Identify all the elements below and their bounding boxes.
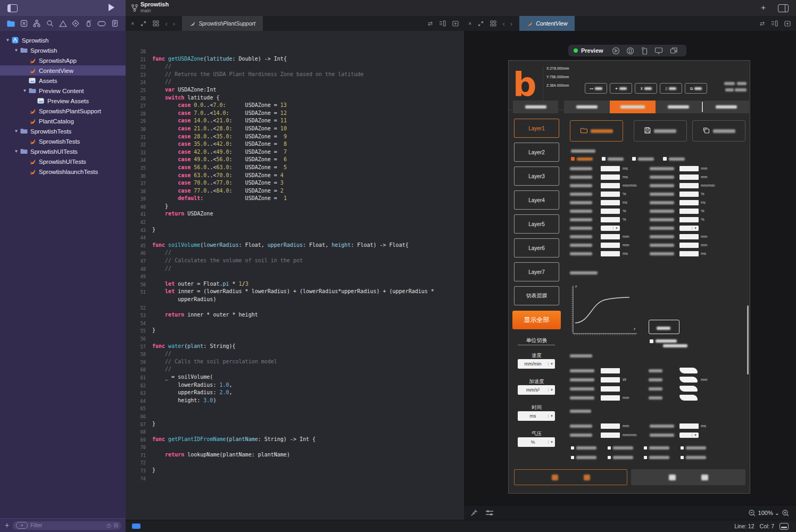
form-input[interactable] [679, 217, 699, 222]
window-icon[interactable] [780, 523, 789, 530]
process-library-button[interactable] [692, 120, 745, 142]
duplicate-preview-icon[interactable] [670, 47, 678, 54]
form-input[interactable] [601, 192, 620, 197]
expand-editor-icon[interactable] [140, 21, 146, 27]
form-input[interactable] [679, 192, 699, 197]
search-icon[interactable] [45, 19, 54, 28]
chevron-down-icon[interactable]: ▼ [13, 48, 20, 53]
mode-checkbox[interactable] [602, 157, 606, 161]
symbols-icon[interactable] [32, 19, 42, 28]
form-dropdown[interactable]: ▼ [679, 226, 699, 231]
layer-button-7[interactable]: Layer7 [514, 262, 559, 281]
form-input[interactable] [679, 234, 699, 239]
chevron-down-icon[interactable]: ▼ [13, 149, 20, 154]
layer-button-4[interactable]: Layer4 [514, 190, 559, 210]
layer-button-6[interactable]: Layer6 [514, 238, 559, 257]
form-input[interactable] [679, 209, 699, 214]
sidebar-item-sprowtishapp[interactable]: SprowtishApp [0, 55, 126, 65]
option-checkbox[interactable] [644, 456, 647, 459]
sidebar-item-sprowtish[interactable]: ▼Sprowtish [0, 45, 126, 55]
form-input[interactable] [601, 183, 620, 188]
chevron-down-icon[interactable]: ▼ [21, 88, 28, 93]
sidebar-toggle-icon[interactable] [7, 4, 18, 12]
mode-checkbox[interactable] [571, 157, 575, 161]
forward-button[interactable]: › [173, 20, 175, 28]
form-dropdown[interactable]: ▼ [679, 433, 699, 438]
breakpoint-indicator-icon[interactable] [132, 523, 140, 529]
add-file-button[interactable]: + [5, 521, 9, 529]
form-input[interactable] [601, 166, 620, 171]
form-input[interactable] [601, 243, 620, 248]
form-input[interactable] [601, 423, 620, 429]
form-input[interactable] [601, 217, 620, 222]
form-dropdown[interactable]: ▼ [601, 226, 620, 231]
option-checkbox[interactable] [608, 446, 611, 450]
sidebar-item-assets[interactable]: Assets [0, 76, 126, 86]
curve-thumbnail[interactable] [679, 368, 698, 373]
back-button[interactable]: ‹ [502, 20, 504, 28]
form-input[interactable] [601, 368, 620, 373]
layer-button-1[interactable]: Layer1 [514, 119, 559, 138]
stop-process-button[interactable] [631, 469, 745, 485]
form-input[interactable] [679, 243, 699, 248]
zoom-out-icon[interactable] [748, 509, 756, 517]
app-tab-3[interactable] [656, 101, 701, 113]
layer-button-5[interactable]: Layer5 [514, 214, 559, 234]
sidebar-item-sprowtishtests[interactable]: ▼SprowtishTests [0, 126, 126, 136]
run-button[interactable] [109, 4, 114, 11]
code-editor[interactable]: 2021func getUSDAZone(latitude: Double) -… [126, 31, 464, 520]
variants-icon[interactable] [626, 47, 634, 55]
sidebar-item-plantcatalog[interactable]: PlantCatalog [0, 116, 126, 126]
save-process-button[interactable] [634, 120, 687, 142]
form-input[interactable] [679, 251, 699, 256]
preview-tab[interactable]: ContentView [519, 16, 575, 31]
form-input[interactable] [601, 209, 620, 214]
sidebar-item-sprowtishplantsupport[interactable]: SprowtishPlantSupport [0, 106, 126, 116]
form-input[interactable] [601, 395, 620, 401]
zoom-level[interactable]: 100% ⌄ [758, 510, 780, 517]
curve-thumbnail[interactable] [679, 377, 698, 383]
form-input[interactable] [601, 174, 620, 180]
start-process-button[interactable] [514, 469, 627, 485]
tests-icon[interactable] [71, 19, 80, 28]
device-preview-icon[interactable] [641, 47, 648, 55]
form-input[interactable] [601, 377, 620, 383]
pin-icon[interactable] [470, 509, 478, 517]
unit-dropdown[interactable]: mm/s²▼ [518, 385, 555, 395]
unit-dropdown[interactable]: ms▼ [518, 411, 555, 421]
option-checkbox[interactable] [571, 456, 574, 459]
preview-scrollbar[interactable] [747, 305, 749, 375]
code-area[interactable]: 2021func getUSDAZone(latitude: Double) -… [126, 47, 464, 482]
form-input[interactable] [601, 251, 620, 256]
form-input[interactable] [601, 200, 620, 205]
form-input[interactable] [601, 234, 620, 239]
form-input[interactable] [679, 200, 699, 205]
sidebar-item-sprowtish[interactable]: ▼Sprowtish [0, 35, 126, 45]
reports-icon[interactable] [110, 19, 119, 28]
inspector-toggle-icon[interactable] [778, 4, 789, 12]
form-input[interactable] [679, 174, 699, 180]
grid-icon[interactable] [153, 20, 159, 27]
layer-button-3[interactable]: Layer3 [514, 167, 559, 186]
preview-settings-icon[interactable] [485, 510, 494, 516]
option-checkbox[interactable] [644, 446, 647, 450]
back-button[interactable]: ‹ [165, 20, 167, 28]
sidebar-item-sprowtishuitests[interactable]: SprowtishUITests [0, 156, 126, 167]
debug-icon[interactable] [84, 19, 93, 28]
sidebar-item-preview content[interactable]: ▼Preview Content [0, 86, 126, 96]
forward-button[interactable]: › [510, 20, 512, 28]
option-checkbox[interactable] [681, 446, 684, 450]
cut-layer-button[interactable]: 切表层膜 [514, 286, 559, 305]
option-checkbox[interactable] [681, 456, 684, 459]
layer-button-2[interactable]: Layer2 [514, 143, 559, 162]
recent-files-icon[interactable]: ◷ [106, 522, 111, 528]
scm-filter-icon[interactable]: ⊟ [114, 522, 118, 528]
minimap-icon[interactable] [771, 20, 778, 27]
form-input[interactable] [601, 433, 620, 438]
curve-thumbnail[interactable] [679, 395, 698, 401]
form-input[interactable] [679, 166, 699, 171]
expand-preview-icon[interactable] [478, 21, 484, 27]
project-navigator-icon[interactable] [6, 19, 15, 28]
filter-field[interactable]: ▼ Filter ◷ ⊟ [13, 521, 121, 530]
enable-checkbox[interactable] [650, 339, 653, 343]
